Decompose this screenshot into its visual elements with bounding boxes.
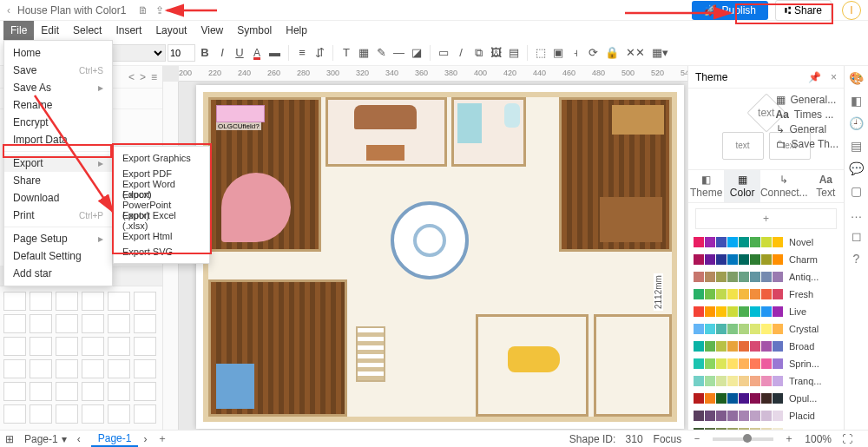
menu-layout[interactable]: Layout <box>148 21 194 40</box>
focus-button[interactable]: Focus <box>654 433 682 445</box>
menu-view[interactable]: View <box>194 21 230 40</box>
theme-link-row[interactable]: 🗀Save Th... <box>776 138 838 150</box>
menu-help[interactable]: Help <box>279 21 314 40</box>
shape-thumb[interactable] <box>108 359 130 378</box>
shape-thumb[interactable] <box>82 382 104 401</box>
image-button[interactable]: 🖼 <box>488 46 504 59</box>
floorplan-furniture[interactable] <box>612 105 664 135</box>
file-menu-item[interactable]: SaveCtrl+S <box>4 62 112 79</box>
shape-thumb[interactable] <box>134 292 156 311</box>
chart-button[interactable]: ▤ <box>506 46 522 59</box>
settings-icon[interactable]: ✕✕ <box>623 46 648 59</box>
canvas[interactable]: OLGCUfield? <box>179 82 687 430</box>
color-scheme-row[interactable]: Antiq... <box>694 269 838 285</box>
shape-thumb[interactable] <box>56 292 78 311</box>
page-tab[interactable]: Page-1 <box>91 431 139 447</box>
floorplan-table[interactable] <box>366 145 404 161</box>
next-page-icon[interactable]: › <box>143 433 147 445</box>
export-menu-item[interactable]: Export Graphics <box>114 150 209 166</box>
color-scheme-row[interactable]: Live <box>694 304 838 319</box>
file-menu-item[interactable]: Add star <box>4 265 112 282</box>
back-icon[interactable]: ‹ <box>7 4 10 16</box>
fill-color-button[interactable]: ▦ <box>356 46 372 59</box>
floorplan-room[interactable] <box>559 97 672 252</box>
crop-tool-button[interactable]: ⧉ <box>470 46 486 60</box>
shape-thumb[interactable] <box>108 292 130 311</box>
theme-link-row[interactable]: ▦General... <box>776 94 838 106</box>
add-scheme-button[interactable]: + <box>695 208 837 229</box>
shape-thumb[interactable] <box>82 314 104 333</box>
shape-thumb[interactable] <box>3 314 26 333</box>
shape-thumb[interactable] <box>108 314 130 333</box>
file-menu-item[interactable]: Home <box>4 44 112 62</box>
addons-button[interactable]: ▦▾ <box>649 46 671 59</box>
shape-thumb[interactable] <box>82 337 104 356</box>
color-scheme-row[interactable]: Tranq... <box>694 373 838 389</box>
shape-thumb[interactable] <box>56 337 78 356</box>
theme-toggle-icon[interactable]: 🎨 <box>849 71 864 85</box>
shape-thumb[interactable] <box>82 292 104 311</box>
shape-thumb[interactable] <box>56 359 78 378</box>
file-menu-item[interactable]: PrintCtrl+P <box>4 207 112 224</box>
align-objects-button[interactable]: ⫞ <box>568 46 583 59</box>
shape-thumb[interactable] <box>3 337 26 356</box>
export-menu-item[interactable]: Export Excel (.xlsx) <box>114 213 209 228</box>
file-menu-item[interactable]: Share <box>4 172 112 189</box>
floorplan-car[interactable] <box>508 346 560 372</box>
file-menu-item[interactable]: Download <box>4 189 112 207</box>
underline-button[interactable]: U <box>232 46 247 59</box>
user-avatar[interactable]: I <box>842 1 861 20</box>
page-settings-icon[interactable]: ▤ <box>851 139 862 153</box>
text-box-button[interactable]: T <box>339 46 354 59</box>
shapes-nav-next-icon[interactable]: > <box>140 71 146 83</box>
shape-thumb[interactable] <box>3 382 26 401</box>
tab-text[interactable]: AaText <box>808 170 844 202</box>
zoom-out-button[interactable]: － <box>692 431 702 446</box>
page-dropdown[interactable]: Page-1 ▾ <box>24 433 67 445</box>
shadow-button[interactable]: ◪ <box>409 46 424 59</box>
file-menu-item[interactable]: Encrypt <box>4 114 112 131</box>
menu-file[interactable]: File <box>3 21 34 40</box>
bold-button[interactable]: B <box>197 46 213 59</box>
group-button[interactable]: ▣ <box>550 46 566 59</box>
file-menu-item[interactable]: Save As▸ <box>4 79 112 96</box>
file-menu-item[interactable]: Page Setup▸ <box>4 230 112 247</box>
file-menu-item[interactable]: Export▸ <box>4 154 112 172</box>
floorplan-room[interactable] <box>326 97 447 167</box>
shape-thumb[interactable] <box>3 292 26 311</box>
lock-button[interactable]: 🔒 <box>602 46 621 59</box>
shape-thumb[interactable] <box>30 359 52 378</box>
floorplan-furniture[interactable] <box>221 173 291 242</box>
tab-color[interactable]: ▦Color <box>724 170 760 202</box>
floorplan-room[interactable] <box>594 314 672 417</box>
floorplan-bathroom[interactable] <box>451 97 526 167</box>
floorplan-room[interactable] <box>208 279 347 417</box>
shape-thumb[interactable] <box>30 292 52 311</box>
line-tool-button[interactable]: / <box>453 46 469 59</box>
shape-thumb[interactable] <box>108 382 130 401</box>
font-color-button[interactable]: A <box>249 46 265 60</box>
shape-thumb[interactable] <box>134 359 156 378</box>
shape-thumb[interactable] <box>3 404 26 424</box>
more-icon[interactable]: … <box>851 207 863 220</box>
font-size-input[interactable] <box>168 44 195 62</box>
color-scheme-row[interactable]: Broad <box>694 339 838 354</box>
floorplan-furniture[interactable] <box>216 105 265 122</box>
floorplan-circular-sofa[interactable] <box>391 201 469 279</box>
color-scheme-row[interactable]: Placid <box>694 408 838 424</box>
menu-insert[interactable]: Insert <box>108 21 148 40</box>
outline-toggle-icon[interactable]: ⊞ <box>5 433 14 445</box>
tab-theme[interactable]: ◧Theme <box>688 170 724 202</box>
add-page-icon[interactable]: ＋ <box>157 431 168 446</box>
menu-symbol[interactable]: Symbol <box>230 21 279 40</box>
align-left-button[interactable]: ≡ <box>294 46 310 59</box>
floorplan-furniture[interactable] <box>216 364 254 409</box>
shape-thumb[interactable] <box>108 404 130 424</box>
color-scheme-row[interactable]: Opul... <box>694 391 838 406</box>
color-scheme-row[interactable]: Charm <box>694 252 838 267</box>
shape-thumb[interactable] <box>30 404 52 424</box>
menu-edit[interactable]: Edit <box>34 21 66 40</box>
align-vertical-button[interactable]: ⇵ <box>312 46 327 59</box>
floorplan-garage[interactable] <box>476 314 589 417</box>
shape-thumb[interactable] <box>56 404 78 424</box>
